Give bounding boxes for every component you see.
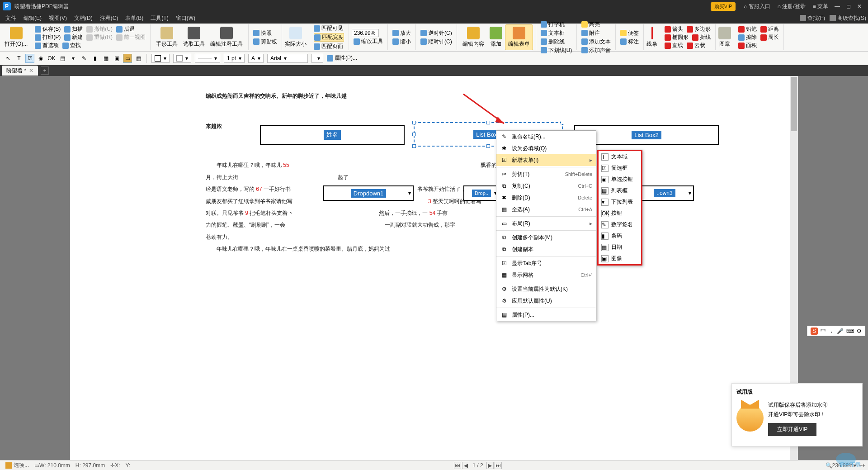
button-tool-icon[interactable]: OK: [47, 54, 56, 63]
clipboard-button[interactable]: 剪贴板: [253, 38, 277, 46]
textbox-button[interactable]: 文本框: [541, 29, 572, 37]
form-field-name[interactable]: 姓名: [260, 125, 405, 145]
arrow-shape[interactable]: 箭头: [665, 25, 683, 33]
dropdown-tool-icon[interactable]: ▾: [69, 54, 78, 63]
ctx-item[interactable]: ✎重命名域(R)...: [496, 131, 596, 142]
next-page-button[interactable]: ▶: [486, 462, 494, 469]
ime-settings-icon[interactable]: ⚙: [857, 328, 862, 334]
preferences-button[interactable]: 首选项: [35, 42, 59, 49]
font-picker[interactable]: Arial▾: [267, 54, 308, 63]
options-button[interactable]: 选项...: [5, 461, 29, 469]
strikeout-button[interactable]: 删除线: [541, 38, 572, 46]
stamp-button[interactable]: 图章: [716, 24, 734, 50]
ctx-item[interactable]: ⚙应用默认属性(U): [496, 295, 596, 307]
submenu-item[interactable]: ✎数字签名: [599, 219, 641, 230]
arrow-tool-icon[interactable]: ↖: [4, 54, 13, 63]
new-tab-button[interactable]: +: [41, 66, 49, 75]
ime-lang[interactable]: 中: [821, 327, 826, 335]
line-style-picker[interactable]: ▾: [195, 54, 220, 63]
form-field-dropdown2[interactable]: Drop..▾: [463, 185, 500, 201]
polygon-shape[interactable]: 多边形: [687, 25, 711, 33]
mic-icon[interactable]: 🎤: [837, 328, 844, 334]
add-text-button[interactable]: 添加文本: [581, 38, 611, 46]
properties-button[interactable]: 属性(P)...: [327, 54, 357, 62]
menu-document[interactable]: 文档(D): [71, 14, 96, 22]
fit-width-button[interactable]: 匹配宽度: [314, 33, 344, 42]
area-button[interactable]: 面积: [738, 42, 757, 49]
advanced-find-button[interactable]: 高级查找(S): [830, 14, 866, 22]
sticky-button[interactable]: 便签: [620, 29, 639, 37]
new-button[interactable]: 新建: [64, 33, 83, 41]
distance-button[interactable]: 距离: [760, 25, 779, 33]
sign-tool-icon[interactable]: ✎: [80, 54, 89, 63]
ctx-item[interactable]: ⚙设置当前属性为默认(K): [496, 283, 596, 295]
fit-page-button[interactable]: 匹配页面: [314, 43, 344, 50]
login-link[interactable]: ⌂ 注册/登录: [778, 3, 806, 10]
fill-color-picker[interactable]: ▾: [173, 54, 191, 63]
page-indicator[interactable]: 1 / 2: [472, 462, 483, 469]
ime-bar[interactable]: S 中 ， 🎤 ⌨ ⚙: [807, 326, 865, 336]
open-button[interactable]: 打开(O)...: [2, 24, 30, 50]
buy-vip-button[interactable]: 购买VIP: [711, 2, 736, 11]
redo-button[interactable]: 重做(R): [86, 33, 113, 41]
minimize-button[interactable]: —: [835, 3, 840, 9]
font-size-picker[interactable]: ▾: [311, 54, 323, 63]
font-color-picker[interactable]: A▾: [248, 54, 264, 63]
first-page-button[interactable]: ⏮: [454, 462, 461, 469]
ellipse-shape[interactable]: 椭圆形: [665, 33, 689, 41]
line-tool[interactable]: 线条: [644, 24, 660, 50]
line-weight-picker[interactable]: 1 pt▾: [224, 54, 245, 63]
back-button[interactable]: 后退: [116, 25, 135, 33]
radio-tool-icon[interactable]: ◉: [36, 54, 45, 63]
zoom-out-button[interactable]: 缩小: [392, 38, 411, 46]
save-button[interactable]: 保存(S): [35, 25, 61, 33]
typewriter-button[interactable]: 打字机: [541, 21, 572, 28]
grid-icon[interactable]: ▦: [134, 54, 143, 63]
menu-file[interactable]: 文件: [2, 14, 20, 22]
menu-window[interactable]: 窗口(W): [172, 14, 199, 22]
close-tab-icon[interactable]: ✕: [29, 67, 33, 74]
prev-page-button[interactable]: ◀: [462, 462, 469, 469]
perimeter-button[interactable]: 周长: [760, 33, 779, 41]
ctx-item[interactable]: ⧉创建副本: [496, 243, 596, 255]
polyline-shape[interactable]: 折线: [692, 33, 711, 41]
add-sound-button[interactable]: 添加声音: [581, 47, 611, 54]
ime-punct[interactable]: ，: [829, 327, 834, 335]
ctx-item[interactable]: ☑显示Tab序号: [496, 257, 596, 269]
zoom-in-button[interactable]: 放大: [392, 29, 411, 37]
last-page-button[interactable]: ⏭: [495, 462, 502, 469]
ctx-item[interactable]: ▦显示网格Ctrl+': [496, 269, 596, 281]
actual-size-button[interactable]: 实际大小: [282, 24, 309, 50]
rotate-ccw-button[interactable]: 逆时针(C): [420, 29, 452, 37]
text-tool-icon[interactable]: T: [14, 54, 24, 63]
menu-view[interactable]: 视图(V): [45, 14, 71, 22]
add-button[interactable]: 添加: [487, 24, 505, 50]
rotate-cw-button[interactable]: 顺时针(C): [420, 38, 452, 46]
eraser-button[interactable]: 擦除: [738, 33, 757, 41]
line-shape[interactable]: 直线: [665, 42, 683, 49]
snapshot-button[interactable]: 快照: [253, 29, 277, 37]
find-button[interactable]: 查找(F): [800, 14, 825, 22]
underline-button[interactable]: 下划线(U): [541, 47, 572, 54]
ctx-item[interactable]: ☑新增表单(I)▸: [496, 154, 596, 166]
support-link[interactable]: ⌕ 客服入口: [744, 3, 770, 10]
image-tool-icon[interactable]: ▣: [112, 54, 121, 63]
submenu-item[interactable]: T文本域: [599, 151, 641, 162]
date-tool-icon[interactable]: ▦: [101, 54, 110, 63]
edit-form-button[interactable]: 编辑表单: [505, 24, 533, 50]
pencil-button[interactable]: 铅笔: [738, 25, 757, 33]
submenu-item[interactable]: ▮条码: [599, 230, 641, 242]
submenu-item[interactable]: ▣图像: [599, 253, 641, 264]
undo-button[interactable]: 撤销(U): [86, 25, 113, 33]
line-color-picker[interactable]: ▾: [151, 54, 170, 63]
submenu-item[interactable]: ◉单选按钮: [599, 174, 641, 185]
scan-button[interactable]: 扫描: [64, 25, 83, 33]
menu-form[interactable]: 表单(B): [122, 14, 147, 22]
highlight-fields-icon[interactable]: ▭: [123, 54, 132, 63]
form-field-dropdown1[interactable]: Dropdown1▾: [323, 185, 414, 201]
submenu-item[interactable]: ▤列表框: [599, 185, 641, 196]
ctx-item[interactable]: ▤属性(P)...: [496, 309, 596, 321]
callout-button[interactable]: 标注: [620, 38, 639, 46]
cloud-shape[interactable]: 云状: [687, 42, 705, 49]
main-menu-button[interactable]: ≡ 菜单: [813, 3, 828, 10]
